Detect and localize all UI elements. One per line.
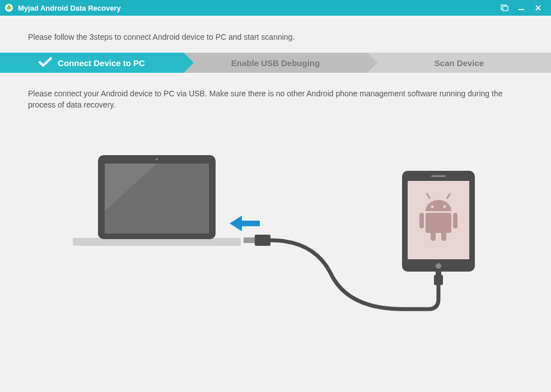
usb-direction-arrow-icon [230,216,260,231]
svg-marker-16 [230,216,242,231]
phone-connector-icon [434,270,443,285]
svg-point-12 [156,158,158,160]
svg-rect-22 [431,175,446,177]
svg-rect-3 [6,7,7,9]
app-title: Myjad Android Data Recovery [18,4,121,12]
svg-rect-19 [434,275,443,285]
step-enable-usb-debug: Enable USB Debuging [184,53,367,73]
step-connect-device[interactable]: Connect Device to PC [0,53,184,73]
svg-rect-7 [519,9,524,10]
step1-label: Connect Device to PC [58,58,145,68]
svg-rect-32 [431,232,436,241]
svg-rect-17 [244,237,255,243]
svg-rect-15 [241,221,260,226]
svg-point-23 [436,263,441,269]
laptop-icon [73,155,241,246]
instruction-text: Please connect your Android device to PC… [0,73,551,116]
svg-rect-30 [419,213,424,228]
step-bar: Connect Device to PC Enable USB Debuging… [0,53,551,73]
connection-illustration [0,127,551,351]
close-button[interactable] [530,2,547,13]
check-icon [39,57,52,69]
intro-text: Please follow the 3steps to connect Andr… [0,16,551,53]
svg-rect-6 [503,6,508,11]
app-logo-icon [4,3,13,12]
svg-rect-29 [426,213,451,233]
svg-rect-10 [73,238,241,246]
svg-rect-31 [453,213,457,228]
maximize-button[interactable] [496,2,513,13]
step2-label: Enable USB Debuging [231,58,320,68]
svg-point-2 [8,5,10,7]
titlebar: Myjad Android Data Recovery [0,0,551,16]
android-phone-icon [402,171,475,272]
minimize-button[interactable] [513,2,530,13]
svg-point-28 [443,206,446,208]
svg-point-27 [431,206,434,208]
step-scan-device: Scan Device [367,53,551,73]
svg-rect-33 [441,232,446,241]
svg-rect-4 [11,7,11,9]
main-content: Please follow the 3steps to connect Andr… [0,16,551,392]
svg-rect-18 [255,235,270,246]
step3-label: Scan Device [435,58,484,68]
usb-plug-icon [244,235,270,246]
